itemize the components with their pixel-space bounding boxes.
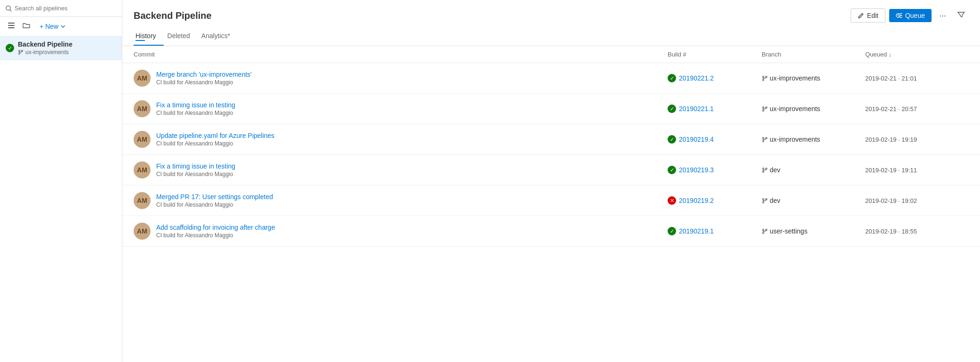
- avatar: AM: [134, 100, 151, 117]
- queue-button[interactable]: Queue: [889, 9, 932, 22]
- commit-sub: CI build for Alessandro Maggio: [156, 171, 235, 177]
- commit-cell: AM Update pipeline.yaml for Azure Pipeli…: [134, 131, 668, 148]
- commit-sub: CI build for Alessandro Maggio: [156, 140, 274, 147]
- branch-cell: dev: [762, 166, 865, 174]
- search-icon: [6, 5, 12, 12]
- commit-cell: AM Add scaffolding for invoicing after c…: [134, 223, 668, 240]
- list-view-button[interactable]: [6, 21, 17, 32]
- svg-rect-3: [8, 25, 15, 26]
- branch-cell: ux-improvements: [762, 136, 865, 143]
- branch-cell: ux-improvements: [762, 105, 865, 113]
- commit-text: Add scaffolding for invoicing after char…: [156, 224, 275, 239]
- build-number[interactable]: 20190219.1: [679, 227, 714, 235]
- col-commit: Commit: [134, 51, 668, 58]
- queued-cell: 2019-02-21 · 21:01: [865, 75, 969, 82]
- filter-icon: [957, 11, 965, 18]
- queued-cell: 2019-02-19 · 18:55: [865, 228, 969, 235]
- branch-name: ux-improvements: [770, 136, 820, 143]
- branch-icon: [762, 106, 768, 112]
- branch-cell: ux-improvements: [762, 74, 865, 82]
- build-status-icon: ✕: [668, 196, 676, 205]
- table-row: AM Fix a timing issue in testing CI buil…: [122, 155, 980, 185]
- branch-name: dev: [770, 166, 781, 174]
- commit-title[interactable]: Merged PR 17: User settings completed: [156, 193, 273, 201]
- build-cell: ✕ 20190219.2: [668, 196, 762, 205]
- svg-point-12: [763, 106, 764, 108]
- folder-view-button[interactable]: [21, 21, 32, 32]
- builds-table: Commit Build # Branch Queued ↓ AM Merge …: [122, 46, 980, 362]
- build-status-icon: ✓: [668, 105, 676, 113]
- svg-point-15: [763, 137, 764, 138]
- new-button[interactable]: + New: [40, 23, 66, 30]
- main-header: Backend Pipeline Edit Queue ···: [122, 0, 980, 23]
- filter-button[interactable]: [954, 9, 969, 22]
- svg-rect-4: [8, 27, 15, 28]
- svg-point-5: [19, 50, 20, 52]
- commit-title[interactable]: Fix a timing issue in testing: [156, 101, 235, 109]
- search-input[interactable]: [15, 5, 116, 12]
- build-cell: ✓ 20190219.4: [668, 135, 762, 144]
- commit-cell: AM Fix a timing issue in testing CI buil…: [134, 100, 668, 117]
- svg-point-23: [763, 201, 764, 203]
- sidebar-item-backend-pipeline[interactable]: ✓ Backend Pipeline ux-improvements: [0, 36, 122, 60]
- table-row: AM Add scaffolding for invoicing after c…: [122, 216, 980, 247]
- more-options-button[interactable]: ···: [935, 9, 950, 23]
- branch-icon: [762, 137, 768, 143]
- avatar: AM: [134, 161, 151, 178]
- tab-history[interactable]: History: [134, 28, 164, 46]
- pipeline-branch: ux-improvements: [18, 49, 72, 56]
- commit-cell: AM Merge branch 'ux-improvements' CI bui…: [134, 70, 668, 87]
- branch-name: dev: [770, 197, 781, 204]
- pipeline-name: Backend Pipeline: [18, 40, 72, 48]
- build-cell: ✓ 20190221.1: [668, 105, 762, 113]
- sidebar-view-icons: [6, 21, 32, 32]
- build-number[interactable]: 20190219.4: [679, 136, 714, 143]
- svg-point-26: [763, 232, 764, 233]
- build-status-icon: ✓: [668, 227, 676, 235]
- queued-cell: 2019-02-19 · 19:11: [865, 167, 969, 174]
- table-row: AM Update pipeline.yaml for Azure Pipeli…: [122, 124, 980, 155]
- svg-point-14: [763, 110, 764, 111]
- commit-text: Merge branch 'ux-improvements' CI build …: [156, 71, 252, 86]
- branch-name: ux-improvements: [770, 105, 820, 113]
- pencil-icon: [858, 12, 864, 19]
- branch-icon: [762, 198, 768, 204]
- branch-cell: dev: [762, 197, 865, 204]
- build-status-icon: ✓: [668, 74, 676, 82]
- build-number[interactable]: 20190221.2: [679, 74, 714, 82]
- svg-point-11: [763, 79, 764, 80]
- avatar: AM: [134, 70, 151, 87]
- build-number[interactable]: 20190219.3: [679, 166, 714, 174]
- avatar: AM: [134, 223, 151, 240]
- branch-cell: user-settings: [762, 227, 865, 235]
- sidebar-toolbar: + New: [0, 17, 122, 36]
- avatar: AM: [134, 131, 151, 148]
- table-header: Commit Build # Branch Queued ↓: [122, 46, 980, 63]
- tab-analytics[interactable]: Analytics*: [199, 28, 238, 46]
- build-cell: ✓ 20190221.2: [668, 74, 762, 82]
- commit-text: Fix a timing issue in testing CI build f…: [156, 101, 235, 116]
- svg-point-17: [763, 140, 764, 142]
- queued-cell: 2019-02-19 · 19:19: [865, 136, 969, 143]
- tab-deleted[interactable]: Deleted: [166, 28, 198, 46]
- svg-line-1: [10, 9, 11, 11]
- commit-title[interactable]: Update pipeline.yaml for Azure Pipelines: [156, 132, 274, 139]
- page-title: Backend Pipeline: [134, 10, 212, 21]
- main-content: Backend Pipeline Edit Queue ···: [122, 0, 980, 362]
- edit-button-label: Edit: [867, 12, 878, 19]
- queue-icon: [896, 12, 902, 19]
- edit-button[interactable]: Edit: [851, 8, 885, 23]
- branch-icon: [762, 167, 768, 173]
- commit-title[interactable]: Fix a timing issue in testing: [156, 162, 235, 170]
- commit-title[interactable]: Merge branch 'ux-improvements': [156, 71, 252, 78]
- svg-point-24: [763, 229, 764, 230]
- avatar: AM: [134, 192, 151, 209]
- queue-button-label: Queue: [905, 12, 925, 19]
- commit-title[interactable]: Add scaffolding for invoicing after char…: [156, 224, 275, 231]
- build-number[interactable]: 20190221.1: [679, 105, 714, 113]
- build-cell: ✓ 20190219.3: [668, 166, 762, 174]
- table-row: AM Merge branch 'ux-improvements' CI bui…: [122, 63, 980, 94]
- tabs: History Deleted Analytics*: [122, 23, 980, 46]
- col-branch: Branch: [762, 51, 865, 58]
- build-number[interactable]: 20190219.2: [679, 197, 714, 204]
